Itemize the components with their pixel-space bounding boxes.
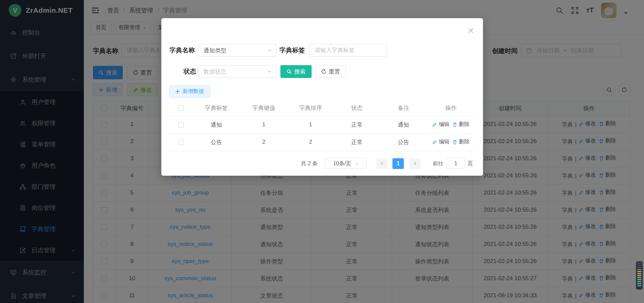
modal-reset-button[interactable]: 重置: [315, 65, 346, 78]
goto-page-input[interactable]: [447, 158, 465, 169]
edit-link[interactable]: 编辑: [432, 138, 449, 145]
next-page-button[interactable]: [410, 158, 421, 169]
chevron-down-icon: [267, 69, 272, 74]
page-unit-label: 页: [468, 160, 473, 167]
scroll-indicator-widget[interactable]: [636, 261, 643, 290]
row-checkbox[interactable]: [178, 122, 184, 128]
table-row: 公告 2 2 正常 公告 编辑 删除: [169, 133, 475, 151]
prev-page-button[interactable]: [377, 158, 387, 169]
pagination: 共 2 条 10条/页 1 前往 页: [161, 158, 475, 170]
scroll-indicator-stripes: [637, 263, 641, 288]
select-all-checkbox[interactable]: [178, 105, 184, 111]
table-row: 通知 1 1 正常 通知 编辑 删除: [169, 116, 475, 133]
modal-status-label: 状态: [169, 65, 196, 78]
goto-label: 前往: [433, 160, 443, 167]
close-icon[interactable]: [468, 28, 474, 34]
chevron-down-icon: [355, 162, 359, 166]
table-header-row: 字典标签 字典键值 字典排序 状态 备注 操作: [169, 100, 475, 116]
modal-status-select[interactable]: 数据状态: [198, 65, 276, 78]
modal-dict-label-input[interactable]: [309, 44, 387, 57]
modal-dict-name-select[interactable]: 通知类型: [198, 44, 276, 57]
current-page-button[interactable]: 1: [392, 158, 404, 169]
add-data-button[interactable]: 新增数据: [169, 85, 210, 98]
modal-dict-name-label: 字典名称: [169, 44, 195, 57]
chevron-down-icon: [267, 48, 272, 53]
delete-link[interactable]: 删除: [452, 138, 470, 145]
page-size-select[interactable]: 10条/页: [325, 158, 367, 169]
dict-data-dialog: 字典名称 通知类型 字典标签 状态 数据状态 搜索 重置 新增数据 字典标签 字…: [161, 18, 483, 176]
modal-dict-label-label: 字典标签: [279, 44, 305, 57]
delete-link[interactable]: 删除: [452, 121, 470, 128]
row-checkbox[interactable]: [178, 139, 184, 145]
edit-link[interactable]: 编辑: [432, 121, 449, 128]
pagination-total: 共 2 条: [301, 160, 318, 167]
dict-data-table: 字典标签 字典键值 字典排序 状态 备注 操作 通知 1 1 正常 通知 编辑 …: [169, 100, 475, 151]
modal-search-button[interactable]: 搜索: [280, 65, 312, 78]
